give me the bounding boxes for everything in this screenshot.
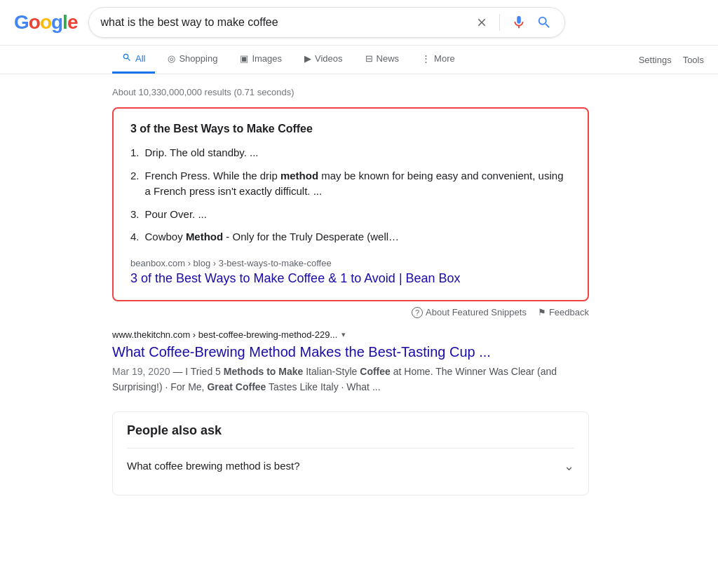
result-item-0: www.thekitchn.com › best-coffee-brewing-… — [112, 329, 589, 395]
results-area: About 10,330,000,000 results (0.71 secon… — [0, 74, 603, 510]
snippet-title: 3 of the Best Ways to Make Coffee — [130, 123, 571, 135]
results-count: About 10,330,000,000 results (0.71 secon… — [112, 81, 589, 107]
feedback-item[interactable]: ⚑ Feedback — [538, 307, 589, 317]
list-item: 2. French Press. While the drip method m… — [130, 168, 571, 200]
paa-title: People also ask — [127, 423, 574, 438]
about-snippets-item[interactable]: ? About Featured Snippets — [412, 307, 527, 318]
tab-images-label: Images — [252, 53, 282, 64]
feedback-label: Feedback — [549, 307, 589, 317]
news-icon: ⊟ — [365, 53, 373, 64]
people-also-ask-box: People also ask What coffee brewing meth… — [112, 411, 589, 495]
result-title[interactable]: What Coffee-Brewing Method Makes the Bes… — [112, 343, 589, 361]
tab-all[interactable]: All — [112, 46, 155, 74]
nav-tabs: All ◎ Shopping ▣ Images ▶ Videos ⊟ News … — [0, 46, 718, 74]
more-icon: ⋮ — [421, 53, 431, 64]
snippet-footer: ? About Featured Snippets ⚑ Feedback — [112, 307, 589, 318]
search-icons — [474, 13, 553, 32]
snippet-link[interactable]: 3 of the Best Ways to Make Coffee & 1 to… — [130, 271, 461, 285]
flag-icon: ⚑ — [538, 307, 546, 317]
videos-icon: ▶ — [304, 53, 311, 64]
result-url: www.thekitchn.com › best-coffee-brewing-… — [112, 329, 337, 340]
result-url-line: www.thekitchn.com › best-coffee-brewing-… — [112, 329, 589, 340]
tab-videos-label: Videos — [315, 53, 343, 64]
question-circle-icon: ? — [412, 307, 423, 318]
tab-more-label: More — [434, 53, 455, 64]
tab-news[interactable]: ⊟ News — [355, 46, 409, 73]
tab-images[interactable]: ▣ Images — [230, 46, 292, 73]
list-item: 4. Cowboy Method - Only for the Truly De… — [130, 229, 571, 245]
result-date: Mar 19, 2020 — [112, 366, 170, 377]
chevron-down-icon: ⌄ — [564, 458, 574, 474]
paa-item-0[interactable]: What coffee brewing method is best? ⌄ — [127, 448, 574, 484]
header: Google — [0, 0, 718, 46]
tools-label[interactable]: Tools — [683, 55, 704, 65]
search-bar[interactable] — [88, 7, 565, 38]
tab-videos[interactable]: ▶ Videos — [294, 46, 353, 73]
about-snippets-label: About Featured Snippets — [426, 307, 527, 317]
paa-question: What coffee brewing method is best? — [127, 460, 300, 472]
settings-label[interactable]: Settings — [639, 55, 672, 65]
clear-button[interactable] — [474, 15, 489, 30]
voice-search-button[interactable] — [510, 13, 528, 32]
list-item: 1. Drip. The old standby. ... — [130, 145, 571, 161]
search-button[interactable] — [535, 13, 553, 32]
all-icon — [122, 53, 132, 64]
tab-shopping[interactable]: ◎ Shopping — [158, 46, 227, 73]
images-icon: ▣ — [240, 53, 248, 64]
featured-snippet: 3 of the Best Ways to Make Coffee 1. Dri… — [112, 107, 589, 301]
tab-more[interactable]: ⋮ More — [412, 46, 465, 73]
snippet-source-breadcrumb: beanbox.com › blog › 3-best-ways-to-make… — [130, 258, 571, 268]
nav-settings: Settings Tools — [639, 48, 704, 72]
tab-all-label: All — [135, 53, 145, 64]
dropdown-arrow-icon[interactable]: ▾ — [341, 330, 346, 339]
snippet-list: 1. Drip. The old standby. ... 2. French … — [130, 145, 571, 245]
list-item: 3. Pour Over. ... — [130, 207, 571, 223]
divider — [499, 14, 500, 31]
google-logo: Google — [14, 11, 77, 34]
shopping-icon: ◎ — [168, 53, 175, 64]
tab-shopping-label: Shopping — [179, 53, 217, 64]
result-description: Mar 19, 2020 — I Tried 5 Methods to Make… — [112, 364, 589, 395]
search-input[interactable] — [100, 16, 467, 29]
tab-news-label: News — [377, 53, 400, 64]
